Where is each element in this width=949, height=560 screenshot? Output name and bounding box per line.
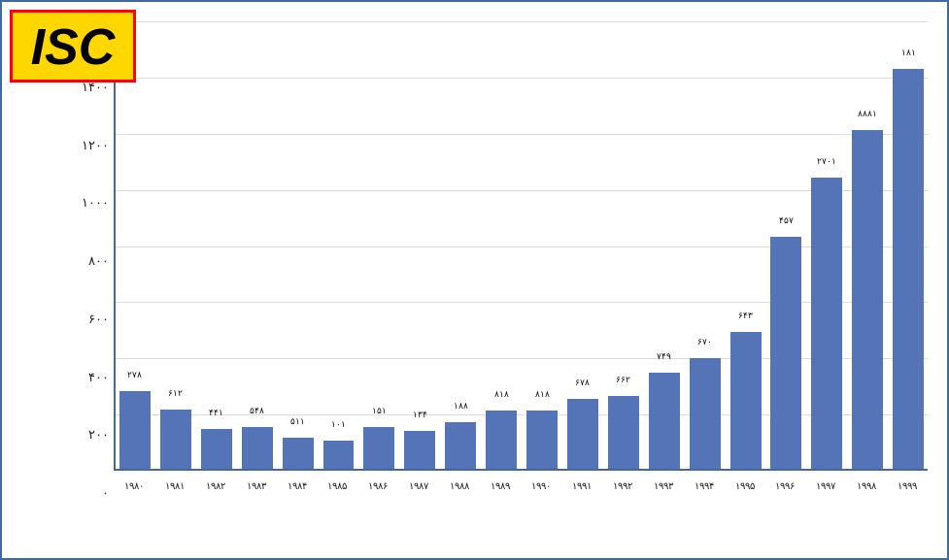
bar-group: ۵۱۱ [279, 21, 318, 469]
bar-group: ۶۴۳ [727, 21, 765, 469]
bar-value-label: ۱۵۱ [372, 406, 387, 415]
bar-group: ۱۸۸ [441, 21, 480, 469]
x-axis-label: ۱۹۹۹ [887, 471, 928, 500]
x-axis-label: ۱۹۸۶ [357, 471, 398, 500]
bar: ۶۶۲ [608, 396, 639, 469]
bar: ۶۴۳ [730, 332, 762, 469]
x-axis-label: ۱۹۸۳ [236, 471, 277, 500]
bar-group: ۱۰۱ [320, 21, 358, 469]
bar: ۸۱۸ [486, 411, 517, 469]
x-axis-label: ۱۹۸۰ [114, 471, 154, 500]
bar-group: ۲۷۰۱ [807, 21, 846, 469]
bar: ۶۷۰ [690, 358, 721, 469]
x-axis-label: ۱۹۹۴ [684, 471, 725, 500]
x-labels: ۱۹۸۰۱۹۸۱۱۹۸۲۱۹۸۳۱۹۸۴۱۹۸۵۱۹۸۶۱۹۸۷۱۹۸۸۱۹۸۹… [114, 471, 928, 500]
bar-value-label: ۴۵۷ [779, 215, 794, 225]
bar: ۱۸۱ [893, 69, 924, 469]
x-axis-label: ۱۹۹۷ [805, 471, 846, 500]
bar-value-label: ۱۰۱ [331, 419, 346, 429]
y-axis-label: ۰ [102, 485, 109, 500]
x-axis-label: ۱۹۹۶ [765, 471, 806, 500]
bar: ۱۳۴ [404, 431, 435, 469]
y-axis-label: ۱۰۰۰ [82, 195, 109, 210]
y-axis-label: ۴۰۰ [88, 370, 109, 384]
bar-group: ۷۴۹ [645, 21, 684, 469]
y-axis-label: ۱۲۰۰ [82, 138, 109, 152]
bar-value-label: ۵۴۸ [250, 406, 264, 415]
x-axis-label: ۱۹۹۵ [725, 471, 765, 500]
bar-value-label: ۲۷۸ [127, 370, 142, 379]
bar: ۸۸۸۱ [852, 130, 883, 469]
bar-group: ۶۶۲ [604, 21, 643, 469]
bar: ۶۱۲ [160, 410, 191, 469]
bar-value-label: ۶۶۲ [616, 375, 630, 384]
chart-area: ۱۶۰۰۱۴۰۰۱۲۰۰۱۰۰۰۸۰۰۶۰۰۴۰۰۲۰۰۰ ۲۷۸۶۱۲۴۴۱۵… [60, 21, 928, 500]
bar-group: ۸۱۸ [523, 21, 561, 469]
bar: ۶۷۸ [567, 399, 598, 469]
bar: ۵۴۸ [242, 427, 273, 469]
logo-text: ISC [31, 21, 116, 72]
x-axis-label: ۱۹۹۳ [643, 471, 684, 500]
x-axis-label: ۱۹۸۹ [480, 471, 521, 500]
y-axis-label: ۶۰۰ [88, 312, 109, 326]
bar-group: ۱۳۴ [400, 21, 439, 469]
bar-value-label: ۶۷۰ [697, 337, 712, 346]
bar: ۴۵۷ [770, 237, 801, 469]
bar: ۱۰۱ [323, 441, 355, 469]
bar: ۴۴۱ [201, 429, 232, 469]
y-axis-label: ۸۰۰ [88, 253, 109, 268]
bar-value-label: ۱۳۴ [413, 410, 427, 419]
bar: ۲۷۸ [119, 391, 151, 469]
bar-group: ۲۷۸ [116, 21, 154, 469]
bar-value-label: ۸۱۸ [535, 389, 550, 399]
bar-group: ۶۷۰ [686, 21, 725, 469]
y-axis: ۱۶۰۰۱۴۰۰۱۲۰۰۱۰۰۰۸۰۰۶۰۰۴۰۰۲۰۰۰ [60, 21, 114, 500]
bar-value-label: ۸۸۸۱ [858, 109, 877, 118]
bar-value-label: ۲۷۰۱ [817, 156, 836, 166]
bar-value-label: ۱۸۸ [454, 401, 468, 411]
x-axis-label: ۱۹۹۸ [846, 471, 887, 500]
bars-area: ۲۷۸۶۱۲۴۴۱۵۴۸۵۱۱۱۰۱۱۵۱۱۳۴۱۸۸۸۱۸۸۱۸۶۷۸۶۶۲۷… [114, 21, 928, 471]
y-axis-label: ۲۰۰ [88, 427, 109, 442]
bar: ۱۵۱ [363, 427, 394, 470]
bar-value-label: ۶۱۲ [168, 388, 183, 398]
x-axis-label: ۱۹۸۴ [277, 471, 318, 500]
bar-group: ۵۴۸ [238, 21, 277, 469]
x-axis-label: ۱۹۸۸ [439, 471, 480, 500]
x-axis-label: ۱۹۸۵ [318, 471, 358, 500]
bar-value-label: ۶۷۸ [575, 378, 590, 387]
bar-value-label: ۶۴۳ [738, 311, 753, 320]
bar-value-label: ۱۸۱ [901, 48, 916, 57]
bar-group: ۴۴۱ [197, 21, 236, 469]
x-axis-label: ۱۹۸۷ [398, 471, 439, 500]
x-axis-label: ۱۹۸۲ [195, 471, 236, 500]
bar: ۲۷۰۱ [811, 178, 842, 469]
bar: ۸۱۸ [526, 411, 558, 469]
bar: ۷۴۹ [649, 373, 680, 469]
x-axis-label: ۱۹۹۱ [561, 471, 602, 500]
bar-group: ۴۵۷ [767, 21, 806, 469]
bar-group: ۶۷۸ [563, 21, 602, 469]
bar-group: ۸۱۸ [482, 21, 521, 469]
bar-group: ۱۸۱ [889, 21, 928, 469]
bar-value-label: ۴۴۱ [209, 408, 223, 417]
x-axis-label: ۱۹۹۰ [521, 471, 561, 500]
bar-group: ۱۵۱ [359, 21, 398, 469]
bar-value-label: ۵۱۱ [290, 416, 305, 426]
bar-group: ۶۱۲ [156, 21, 195, 469]
logo: ISC [10, 10, 136, 82]
bar: ۵۱۱ [283, 438, 314, 469]
x-axis-label: ۱۹۸۱ [154, 471, 195, 500]
chart-container: ISC ۱۶۰۰۱۴۰۰۱۲۰۰۱۰۰۰۸۰۰۶۰۰۴۰۰۲۰۰۰ ۲۷۸۶۱۲… [0, 0, 949, 560]
bar-value-label: ۷۴۹ [657, 351, 671, 361]
x-axis-label: ۱۹۹۲ [602, 471, 643, 500]
bar-group: ۸۸۸۱ [848, 21, 887, 469]
bar: ۱۸۸ [445, 422, 476, 469]
bar-value-label: ۸۱۸ [494, 389, 509, 399]
